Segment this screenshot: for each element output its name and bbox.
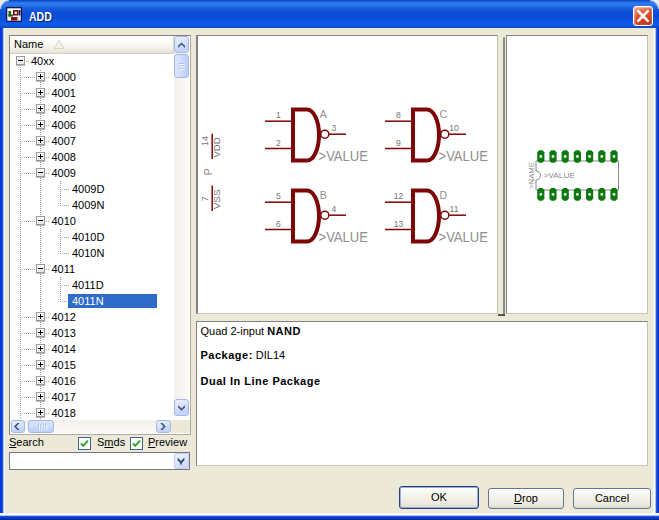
svg-text:1: 1: [276, 110, 281, 120]
svg-text:5: 5: [276, 191, 281, 201]
svg-text:VSS: VSS: [212, 189, 222, 209]
svg-text:>VALUE: >VALUE: [439, 229, 489, 245]
svg-text:12: 12: [394, 191, 404, 201]
svg-text:4: 4: [332, 204, 337, 214]
svg-text:6: 6: [276, 219, 281, 229]
svg-text:D: D: [440, 189, 448, 201]
svg-text:9: 9: [396, 138, 401, 148]
svg-text:VDD: VDD: [212, 137, 222, 158]
svg-text:B: B: [320, 189, 327, 201]
svg-text:11: 11: [450, 204, 459, 214]
svg-text:C: C: [440, 108, 448, 120]
svg-text:13: 13: [394, 219, 404, 229]
svg-text:>VALUE: >VALUE: [544, 172, 576, 179]
svg-text:2: 2: [276, 138, 281, 148]
svg-text:A: A: [320, 108, 327, 120]
svg-text:7: 7: [200, 196, 210, 201]
svg-text:3: 3: [332, 123, 337, 133]
svg-text:>NAME: >NAME: [528, 161, 535, 189]
svg-text:P: P: [202, 168, 214, 175]
svg-text:>VALUE: >VALUE: [319, 229, 369, 245]
svg-text:10: 10: [449, 123, 459, 133]
svg-text:8: 8: [396, 110, 401, 120]
svg-text:>VALUE: >VALUE: [319, 148, 369, 164]
svg-text:14: 14: [200, 136, 210, 146]
svg-text:>VALUE: >VALUE: [439, 148, 489, 164]
